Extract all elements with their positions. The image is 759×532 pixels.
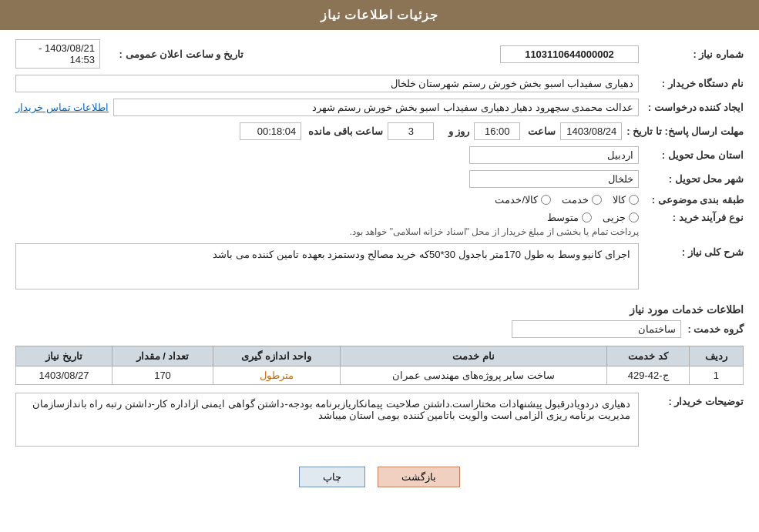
- grohe-khadamat-label: گروه خدمت :: [687, 323, 744, 335]
- shahr-label: شهر محل تحویل :: [643, 173, 744, 185]
- services-table: ردیف کد خدمت نام خدمت واحد اندازه گیری ت…: [15, 346, 744, 385]
- row-mohlat: مهلت ارسال پاسخ: تا تاریخ : 1403/08/24 س…: [15, 122, 744, 140]
- tarikh-label: تاریخ و ساعت اعلان عمومی :: [105, 49, 243, 60]
- col-tedad: تعداد / مقدار: [113, 346, 213, 366]
- radio-khadamat-label: خدمت: [562, 194, 589, 206]
- section-khadamat-title: اطلاعات خدمات مورد نیاز: [15, 303, 744, 316]
- grohe-khadamat-value: ساختمان: [512, 320, 681, 338]
- namDastgah-label: نام دستگاه خریدار :: [643, 78, 744, 89]
- tarikh-value: 1403/08/21 - 14:53: [15, 39, 100, 69]
- tarikh-deadline: 1403/08/24: [560, 122, 622, 140]
- ostan-value: اردبیل: [469, 146, 639, 164]
- row-tozihat: توضیحات خریدار : دهیاری دردویادرقبول پیش…: [15, 393, 744, 453]
- cell-nam: ساخت سایر پروژه‌های مهندسی عمران: [340, 366, 607, 385]
- services-table-section: ردیف کد خدمت نام خدمت واحد اندازه گیری ت…: [15, 346, 744, 385]
- row-ostan: استان محل تحویل : اردبیل: [15, 146, 744, 164]
- content-area: شماره نیاز : 1103110644000002 تاریخ و سا…: [0, 30, 759, 509]
- cell-tedad: 170: [113, 366, 213, 385]
- tozihat-label: توضیحات خریدار :: [643, 393, 744, 407]
- row-shomara-tarikh: شماره نیاز : 1103110644000002 تاریخ و سا…: [15, 39, 744, 69]
- table-header-row: ردیف کد خدمت نام خدمت واحد اندازه گیری ت…: [16, 346, 744, 366]
- row-noeFarayand: نوع فرآیند خرید : جزیی متوسط پرداخت تمام…: [15, 212, 744, 237]
- tabaghebandi-label: طبقه بندی موضوعی :: [643, 194, 744, 206]
- row-shahr: شهر محل تحویل : خلخال: [15, 170, 744, 188]
- noeFarayand-label: نوع فرآیند خرید :: [643, 212, 744, 223]
- ostan-label: استان محل تحویل :: [643, 149, 744, 161]
- radio-kala-khadamat-label: کالا/خدمت: [495, 194, 538, 206]
- back-button[interactable]: بازگشت: [378, 467, 460, 487]
- col-tarikh: تاریخ نیاز: [16, 346, 113, 366]
- print-button[interactable]: چاپ: [299, 467, 365, 487]
- ijadKonande-label: ایجاد کننده درخواست :: [643, 102, 744, 113]
- cell-vahed: مترطول: [213, 366, 340, 385]
- row-grohe-khadamat: گروه خدمت : ساختمان: [15, 320, 744, 338]
- ijadKonande-link[interactable]: اطلاعات تماس خریدار: [15, 102, 109, 113]
- rooz-label: روز و: [438, 125, 469, 137]
- radio-motavasset[interactable]: متوسط: [547, 212, 592, 223]
- baghimande-label: ساعت باقی مانده: [306, 125, 383, 137]
- cell-tarikh: 1403/08/27: [16, 366, 113, 385]
- page-title: جزئیات اطلاعات نیاز: [321, 8, 439, 22]
- noeFarayand-desc: پرداخت تمام یا بخشی از مبلغ خریدار از مح…: [350, 226, 639, 237]
- page-container: جزئیات اطلاعات نیاز شماره نیاز : 1103110…: [0, 0, 759, 532]
- shomareNiaz-label: شماره نیاز :: [643, 49, 744, 60]
- shahr-value: خلخال: [469, 170, 639, 188]
- sharh-value: اجرای کانیو وسط به طول 170متر باجدول 30*…: [15, 243, 639, 289]
- radio-kala[interactable]: کالا: [613, 194, 639, 206]
- sharh-label: شرح کلی نیاز :: [643, 243, 744, 258]
- saat-value: 16:00: [474, 122, 520, 140]
- radio-motavasset-label: متوسط: [547, 212, 579, 223]
- tabaghebandi-radios: کالا خدمت کالا/خدمت: [495, 194, 639, 206]
- cell-radif: 1: [689, 366, 743, 385]
- noeFarayand-radios: جزیی متوسط: [350, 212, 639, 223]
- baghimande-value: 00:18:04: [240, 122, 301, 140]
- radio-kala-khadamat[interactable]: کالا/خدمت: [495, 194, 551, 206]
- rooz-value: 3: [388, 122, 434, 140]
- col-kod: کد خدمت: [607, 346, 689, 366]
- col-radif: ردیف: [689, 346, 743, 366]
- col-vahed: واحد اندازه گیری: [213, 346, 340, 366]
- page-header: جزئیات اطلاعات نیاز: [0, 0, 759, 30]
- row-tabaghebandi: طبقه بندی موضوعی : کالا خدمت کالا/خدمت: [15, 194, 744, 206]
- table-row: 1 ج-42-429 ساخت سایر پروژه‌های مهندسی عم…: [16, 366, 744, 385]
- radio-jozi[interactable]: جزیی: [603, 212, 639, 223]
- radio-jozi-label: جزیی: [603, 212, 626, 223]
- tozihat-value: دهیاری دردویادرقبول پیشنهادات مختاراست.د…: [15, 393, 639, 447]
- radio-kala-label: کالا: [613, 194, 626, 206]
- row-sharh: شرح کلی نیاز : اجرای کانیو وسط به طول 17…: [15, 243, 744, 296]
- row-ijadKonande: ایجاد کننده درخواست : عدالت محمدی سچهرود…: [15, 99, 744, 116]
- shomareNiaz-value: 1103110644000002: [500, 45, 639, 63]
- radio-khadamat[interactable]: خدمت: [562, 194, 602, 206]
- mohlat-label: مهلت ارسال پاسخ: تا تاریخ :: [626, 125, 744, 137]
- ijadKonande-value: عدالت محمدی سچهرود دهیار دهیاری سفیداب ا…: [113, 99, 639, 116]
- row-namDastgah: نام دستگاه خریدار : دهیاری سفیداب اسبو ب…: [15, 75, 744, 92]
- col-nam: نام خدمت: [340, 346, 607, 366]
- button-row: بازگشت چاپ: [15, 467, 744, 500]
- cell-kod: ج-42-429: [607, 366, 689, 385]
- namDastgah-value: دهیاری سفیداب اسبو بخش خورش رستم شهرستان…: [15, 75, 639, 92]
- saat-label: ساعت: [525, 125, 556, 137]
